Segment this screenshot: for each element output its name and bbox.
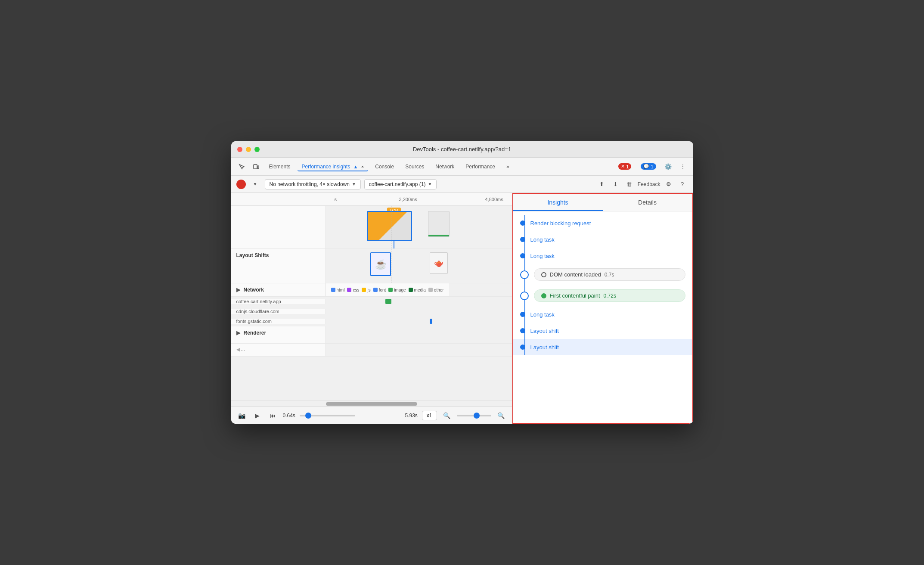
zoom-out-icon[interactable]: 🔍 [441,410,453,421]
play-button[interactable]: ▶ [252,410,263,421]
network-row-label-3: fonts.gstatic.com [231,319,326,324]
network-bar-3 [430,319,432,324]
site-dropdown[interactable]: coffee-cart.netlify.app (1) ▼ [364,179,437,189]
error-badge-button[interactable]: ✕ 1 [615,162,635,171]
tab-console[interactable]: Console [371,162,398,171]
skip-start-button[interactable]: ⏮ [267,410,279,421]
legend-html: html [331,288,345,292]
dot-2 [520,237,525,242]
render-blocking-link[interactable]: Render blocking request [530,220,591,227]
screenshot-icon[interactable]: 📷 [236,410,248,421]
speed-button[interactable]: x1 [422,411,437,420]
insight-item-layout-shift-1[interactable]: Layout shift [513,323,692,339]
insight-item-dom-loaded[interactable]: DOM content loaded 0.7s [513,264,692,285]
tab-more[interactable]: » [502,162,514,171]
feedback-link[interactable]: Feedback [638,181,660,187]
layout-shift-1-link[interactable]: Layout shift [530,328,559,334]
minimize-button[interactable] [246,147,251,152]
long-task-1-link[interactable]: Long task [530,236,555,243]
legend-js: js [362,288,370,292]
tab-sources[interactable]: Sources [401,162,428,171]
insight-item-render-blocking[interactable]: Render blocking request [513,215,692,231]
legend-font: font [373,288,386,292]
renderer-expand-icon[interactable]: ▶ [236,330,240,336]
network-row-label-2: cdnjs.cloudflare.com [231,309,326,314]
content-8: Layout shift [530,343,685,351]
upload-icon[interactable]: ⬆ [596,179,608,190]
dropdown-arrow-icon[interactable]: ▼ [249,178,261,190]
layout-shifts-row: Layout Shifts ☕ 🫖 [231,249,512,283]
message-badge-button[interactable]: 💬 1 [637,162,659,171]
insights-tabs: Insights Details [513,194,692,211]
playhead-slider[interactable] [300,415,355,416]
tab-insights[interactable]: Insights [513,194,603,211]
help-icon[interactable]: ? [677,179,688,190]
font-color [373,288,378,292]
network-row-canvas-3 [326,317,512,326]
delete-icon[interactable]: 🗑 [624,179,635,190]
network-expand-icon[interactable]: ▶ [236,287,240,293]
paint-row-label [231,206,326,248]
long-task-2-link[interactable]: Long task [530,253,555,259]
insight-item-long-task-2[interactable]: Long task [513,248,692,264]
settings-icon[interactable]: ⚙️ [662,161,674,173]
scrollbar-thumb[interactable] [326,402,417,406]
dot-large-2 [520,292,529,300]
traffic-lights [237,147,260,152]
tab-bar: Elements Performance insights ▲ × Consol… [231,158,693,176]
tab-performance-insights[interactable]: Performance insights ▲ × [298,162,369,171]
secondary-toolbar: ▼ No network throttling, 4× slowdown ▼ c… [231,176,693,193]
timeline-scrollbar[interactable] [231,400,512,407]
maximize-button[interactable] [254,147,260,152]
settings2-icon[interactable]: ⚙ [663,179,674,190]
insight-item-long-task-1[interactable]: Long task [513,231,692,248]
insight-item-layout-shift-2[interactable]: Layout shift [513,339,692,355]
message-count: 1 [651,164,653,169]
ruler-time-1: s [335,197,337,202]
layout-shift-2-link[interactable]: Layout shift [530,344,559,351]
network-row-canvas-1 [326,297,512,306]
extra-row-canvas [326,344,512,356]
message-icon: 💬 [643,164,649,169]
network-throttle-dropdown[interactable]: No network throttling, 4× slowdown ▼ [265,179,361,189]
paint-rect-secondary [428,211,450,237]
long-task-3-link[interactable]: Long task [530,311,555,318]
tab-elements[interactable]: Elements [265,162,295,171]
dom-loaded-pill: DOM content loaded 0.7s [534,268,685,281]
download-icon[interactable]: ⬇ [610,179,621,190]
layout-shift-image-2[interactable]: 🫖 [430,252,448,274]
more-icon[interactable]: ⋮ [677,161,689,173]
insight-item-fcp[interactable]: First contentful paint 0.72s [513,285,692,306]
timeline-panel: s 3,200ms 4,800ms LCP [231,193,512,424]
dom-circle-icon [541,272,546,277]
layout-shift-image-1[interactable]: ☕ [370,252,391,276]
tab-network[interactable]: Network [431,162,459,171]
dot-4 [520,312,525,317]
dot-large-1 [520,270,529,279]
record-button[interactable] [236,180,246,189]
scrollbar-track [326,402,417,406]
extra-row-label: ◀ … [231,344,326,356]
zoom-in-icon[interactable]: 🔍 [496,410,507,421]
close-button[interactable] [237,147,242,152]
network-legend-row: ▶ Network html css [231,283,512,297]
device-icon[interactable] [250,161,262,173]
paint-row: LCP [231,206,512,249]
content-5: First contentful paint 0.72s [534,289,685,302]
dashed-vertical-line [391,206,391,248]
renderer-label[interactable]: ▶ Renderer [231,326,326,343]
insight-item-long-task-3[interactable]: Long task [513,306,692,323]
tab-performance[interactable]: Performance [461,162,499,171]
error-count: 1 [626,164,629,169]
layout-shifts-label: Layout Shifts [231,249,326,283]
dot-1 [520,220,525,226]
devtools-window: DevTools - coffee-cart.netlify.app/?ad=1… [231,141,693,424]
legend-css: css [347,288,359,292]
time-end-display: 5.93s [405,413,417,419]
svg-rect-0 [254,165,257,169]
content-7: Layout shift [530,327,685,335]
cursor-icon[interactable] [236,161,248,173]
tab-details[interactable]: Details [603,194,692,211]
zoom-slider[interactable] [457,415,491,416]
error-x-icon: ✕ [621,164,625,169]
